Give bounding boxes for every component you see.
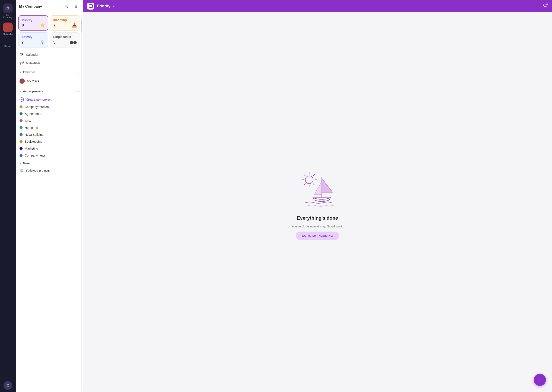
favorites-chevron-icon: ▼ (20, 71, 22, 73)
project-dot-nova-building (20, 133, 22, 136)
project-company-news[interactable]: Company news (17, 152, 81, 159)
settings-circle-icon[interactable]: ⚙ (3, 381, 12, 390)
tile-incoming[interactable]: Incoming 7 📥 (50, 15, 80, 31)
sidebar: My Company 🔍 ⚙ Priority 0 ⭐ Incoming 7 📥 (16, 0, 83, 392)
tile-activity-icon: 📡 (40, 40, 45, 45)
topbar-left: Priority ··· (87, 3, 117, 10)
empty-state-title: Everything's done (297, 215, 338, 221)
project-home[interactable]: Home 🔒 (17, 124, 81, 131)
empty-state-subtitle: You've done everything. Good work! (291, 224, 344, 228)
nav-item-my-tasks[interactable]: 👤 My tasks (17, 77, 81, 86)
icon-bar: N My Company 👤 My Nozbe ··· Manage ⚙ (0, 0, 16, 392)
scrollbar-thumb[interactable] (81, 20, 82, 33)
project-company-reunion[interactable]: Company reunion (17, 103, 81, 110)
svg-line-19 (304, 184, 305, 185)
tile-priority-count: 0 (22, 23, 24, 28)
tile-priority[interactable]: Priority 0 ⭐ (18, 15, 48, 31)
tile-single-tasks-icon: ⚫⚫ (69, 41, 77, 44)
nav-item-messages[interactable]: 💬 Messages (17, 59, 81, 67)
followed-projects-icon: 📡 (20, 168, 24, 173)
main-content: Priority ··· (83, 0, 552, 392)
topbar-search-button[interactable] (543, 3, 548, 9)
active-projects-section-header[interactable]: ▼ Active projects ··· (16, 86, 83, 95)
tile-activity[interactable]: Activity 7 📡 (18, 32, 48, 48)
goto-incoming-button[interactable]: GO TO MY INCOMING (296, 231, 339, 240)
favorites-header-left: ▼ Favorites (20, 70, 36, 74)
create-project-label: Create new project (26, 98, 52, 101)
company-label: My Company (3, 14, 13, 19)
svg-line-17 (313, 184, 314, 185)
topbar-right (543, 3, 548, 9)
topbar-title: Priority (97, 4, 110, 8)
project-nova-building[interactable]: Nova Building (17, 131, 81, 138)
tile-priority-icon: ⭐ (40, 23, 45, 28)
sidebar-header-icons: 🔍 ⚙ (63, 3, 79, 10)
favorites-more-button[interactable]: ··· (75, 69, 80, 75)
favorites-section-header[interactable]: ▼ Favorites ··· (16, 67, 83, 76)
topbar-logo (87, 3, 94, 10)
empty-state-illustration (294, 164, 341, 212)
manage-dots-icon: ··· (6, 40, 9, 44)
more-chevron-icon: ▼ (20, 162, 22, 164)
favorites-nav: 👤 My tasks (16, 76, 83, 86)
tile-incoming-icon: 📥 (72, 23, 77, 28)
tile-activity-label: Activity (22, 35, 45, 39)
nav-item-calendar[interactable]: 📅 Calendar (17, 50, 81, 59)
tile-priority-label: Priority (22, 18, 45, 22)
manage-item[interactable]: ··· Manage (4, 40, 12, 48)
tile-priority-footer: 0 ⭐ (22, 23, 45, 28)
my-tasks-avatar: 👤 (20, 78, 25, 84)
tiles-grid: Priority 0 ⭐ Incoming 7 📥 Activity 7 📡 (16, 13, 83, 50)
nav-messages-label: Messages (26, 61, 40, 64)
fab-add-button[interactable]: + (534, 374, 546, 386)
project-dot-seo (20, 119, 22, 122)
active-projects-more-button[interactable]: ··· (75, 88, 80, 94)
tile-incoming-count: 7 (53, 23, 56, 28)
active-projects-chevron-icon: ▼ (20, 90, 22, 92)
project-bookkeeping[interactable]: Bookkeeping (17, 138, 81, 145)
messages-icon: 💬 (20, 61, 24, 65)
projects-nav: + Create new project Company reunion Agr… (16, 95, 83, 160)
svg-text:N: N (7, 7, 9, 10)
more-section-header[interactable]: ▼ More (16, 160, 83, 166)
topbar-more-icon[interactable]: ··· (113, 4, 117, 9)
sidebar-nav: 📅 Calendar 💬 Messages (16, 50, 83, 67)
more-header-left: ▼ More (20, 161, 30, 165)
calendar-icon: 📅 (20, 52, 24, 56)
nav-item-followed-projects[interactable]: 📡 Followed projects (17, 167, 81, 175)
project-seo[interactable]: SEO (17, 117, 81, 124)
manage-label: Manage (4, 45, 12, 48)
project-agreements[interactable]: Agreements (17, 110, 81, 117)
project-label-marketing: Marketing (25, 147, 38, 150)
tile-single-tasks-count: 5 (53, 40, 56, 45)
project-dot-bookkeeping (20, 140, 22, 143)
tile-incoming-label: Incoming (53, 18, 77, 22)
sidebar-settings-button[interactable]: ⚙ (72, 3, 79, 10)
tile-activity-count: 7 (22, 40, 24, 45)
sidebar-title: My Company (19, 4, 42, 9)
company-icon-item[interactable]: N My Company (1, 2, 14, 20)
active-projects-section-title: Active projects (23, 90, 43, 93)
sidebar-search-button[interactable]: 🔍 (63, 3, 70, 10)
home-lock-icon: 🔒 (35, 126, 39, 129)
company-avatar: N (3, 3, 13, 13)
more-section-title: More (23, 161, 30, 165)
tile-incoming-footer: 7 📥 (53, 23, 77, 28)
project-create-new[interactable]: + Create new project (17, 96, 81, 103)
nav-my-tasks-label: My tasks (27, 79, 39, 83)
favorites-section-title: Favorites (23, 70, 36, 74)
project-label-agreements: Agreements (25, 112, 41, 116)
tile-single-tasks[interactable]: Single tasks 5 ⚫⚫ (50, 32, 80, 48)
project-label-bookkeeping: Bookkeeping (25, 140, 42, 143)
active-projects-header-left: ▼ Active projects (20, 90, 43, 93)
scroll-spacer (16, 175, 83, 184)
nav-followed-projects-label: Followed projects (26, 169, 50, 172)
project-label-home: Home (25, 126, 33, 129)
project-dot-marketing (20, 147, 22, 150)
project-dot-company-reunion (20, 105, 22, 108)
tile-single-tasks-footer: 5 ⚫⚫ (53, 40, 77, 45)
project-marketing[interactable]: Marketing (17, 145, 81, 152)
my-nozbe-icon-item[interactable]: 👤 My Nozbe (1, 21, 14, 37)
project-dot-home (20, 126, 22, 129)
project-label-company-reunion: Company reunion (25, 105, 49, 109)
